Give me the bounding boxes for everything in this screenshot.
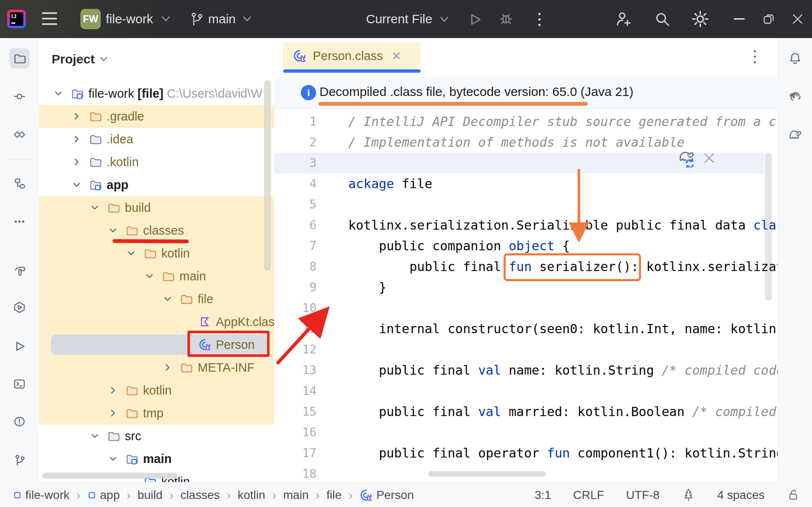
tree-row--idea[interactable]: .idea [39,128,274,151]
chevron-right-icon[interactable] [162,362,180,373]
chevron-right-icon[interactable] [71,111,89,122]
problems-icon[interactable] [9,411,30,432]
tab-person-class[interactable]: Person.class ✕ [283,42,421,69]
chevron-right-icon[interactable] [107,385,125,396]
tree-row-main[interactable]: main [39,447,274,470]
build-hammer-icon[interactable] [9,260,30,281]
version-control-branch-icon[interactable] [9,450,30,470]
tree-row--gradle[interactable]: .gradle [39,105,274,128]
tab-close-icon[interactable]: ✕ [391,49,401,63]
restore-icon[interactable] [754,0,784,38]
chevron-down-icon[interactable] [126,248,143,259]
line-number[interactable]: 8 [274,256,317,277]
editor-horizontal-scrollbar[interactable] [428,471,546,477]
project-view-selector[interactable]: Project [52,52,108,66]
tree-row-app[interactable]: app [39,173,274,196]
chevron-down-icon[interactable] [107,225,125,236]
tree-row-meta-inf[interactable]: META-INF [39,356,274,379]
chevron-right-icon[interactable] [107,408,125,419]
line-number[interactable]: 18 [274,463,317,482]
tree-row-file[interactable]: file [39,288,274,310]
project-folder-icon[interactable] [9,48,30,69]
project-badge[interactable]: FW [80,9,101,29]
caret-position[interactable]: 3:1 [535,488,551,502]
line-number[interactable]: 15 [274,401,317,422]
code-line[interactable]: kotlinx.serialization.Serializable publi… [348,215,776,236]
project-horizontal-scrollbar[interactable] [42,473,178,479]
run-play-icon[interactable] [9,336,30,356]
tree-row-kotlin[interactable]: kotlin [39,242,274,265]
code-line[interactable]: internal constructor(seen0: kotlin.Int, … [348,318,778,339]
line-number[interactable]: 4 [274,173,317,194]
breadcrumb-build[interactable]: build [138,488,162,502]
ai-assistant-icon[interactable] [785,86,805,107]
chevron-down-icon[interactable] [162,293,180,304]
line-number[interactable]: 2 [274,132,317,153]
commit-icon[interactable] [9,86,30,107]
line-number[interactable]: 1 [274,111,317,132]
line-number[interactable]: 11 [274,318,317,339]
more-tool-windows-icon[interactable] [9,211,30,232]
code-line[interactable]: public final operator fun component1(): … [348,443,778,463]
line-number[interactable]: 13 [274,360,317,381]
fir-tree-icon[interactable] [682,488,695,503]
chevron-down-icon[interactable] [89,430,107,441]
tree-row-kotlin[interactable]: kotlin [39,379,274,402]
tree-row-appkt-class[interactable]: AppKt.class [39,310,274,333]
tree-row-file-work[interactable]: file-work [file] C:\Users\david\W [39,82,274,105]
code-line[interactable]: public final fun serializer(): kotlinx.s… [348,256,778,277]
breadcrumb-file-work[interactable]: file-work [13,488,69,502]
breadcrumb-classes[interactable]: classes [180,488,220,502]
breadcrumb-file[interactable]: file [327,488,342,502]
chevron-down-icon[interactable] [71,179,89,190]
line-number[interactable]: 14 [274,381,317,401]
tree-row-src[interactable]: src [39,425,274,447]
line-number[interactable]: 3 [274,153,317,173]
unlocked-icon[interactable] [787,488,800,502]
chevron-down-icon[interactable] [89,202,107,213]
editor-options-kebab-icon[interactable] [752,48,757,65]
notifications-bell-icon[interactable] [785,48,805,69]
pull-requests-icon[interactable] [9,125,30,145]
code-line[interactable]: ackage file [348,173,432,194]
code-line[interactable]: } [348,277,386,298]
close-icon[interactable] [783,0,812,38]
line-number[interactable]: 16 [274,422,317,443]
tree-row-person[interactable]: Person [39,333,274,356]
chevron-right-icon[interactable] [71,156,89,167]
line-number[interactable]: 6 [274,215,317,236]
code-editor[interactable]: 1/ IntelliJ API Decompiler stub source g… [274,108,778,482]
line-number[interactable]: 10 [274,298,317,318]
file-encoding[interactable]: UTF-8 [626,488,660,502]
line-number[interactable]: 17 [274,443,317,463]
project-vertical-scrollbar[interactable] [264,80,271,271]
line-number[interactable]: 12 [274,339,317,360]
branch-selector[interactable]: main [208,12,236,26]
code-line[interactable]: / IntelliJ API Decompiler stub source ge… [348,111,776,132]
indent-setting[interactable]: 4 spaces [717,488,765,502]
structure-icon[interactable] [9,173,30,194]
line-number[interactable]: 5 [274,194,317,215]
tree-row--kotlin[interactable]: .kotlin [39,151,274,173]
tree-row-tmp[interactable]: tmp [39,402,274,425]
breadcrumb-app[interactable]: app [87,488,120,502]
chevron-right-icon[interactable] [71,134,89,145]
project-selector[interactable]: file-work [106,12,153,26]
services-icon[interactable] [9,297,30,318]
code-line[interactable]: / Implementation of methods is not avail… [348,132,685,153]
code-line[interactable]: public final val name: kotlin.String /* … [348,360,778,381]
run-configuration-selector[interactable]: Current File [366,12,432,26]
terminal-icon[interactable] [9,374,30,394]
line-separator[interactable]: CRLF [573,488,604,502]
code-line[interactable]: public final val married: kotlin.Boolean… [348,401,776,422]
close-icon[interactable] [703,152,715,164]
tree-row-build[interactable]: build [39,196,274,219]
tree-row-main[interactable]: main [39,265,274,288]
breadcrumb-person[interactable]: Person [359,488,414,502]
tree-row-classes[interactable]: classes [39,219,274,242]
chevron-down-icon[interactable] [53,88,71,99]
chevron-down-icon[interactable] [144,271,162,282]
code-line[interactable]: public companion object { [348,236,570,256]
breadcrumb-kotlin[interactable]: kotlin [238,488,265,502]
line-number[interactable]: 7 [274,236,317,256]
